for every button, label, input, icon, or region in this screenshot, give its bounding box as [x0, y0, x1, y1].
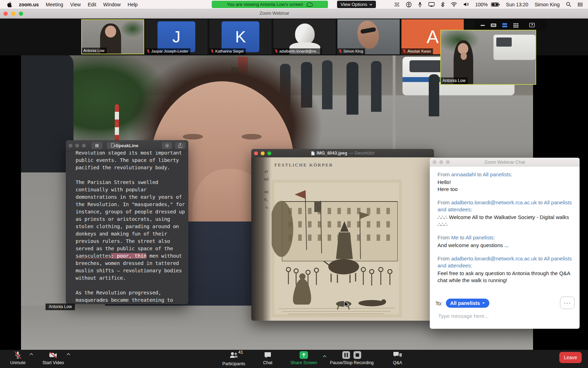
chat-message: From adalberto.lonardi@network.rca.ac.uk…: [438, 255, 573, 284]
participants-button[interactable]: 41 Participants: [216, 351, 251, 366]
share-icon: [178, 143, 182, 148]
page-edge-text: er: [265, 169, 268, 174]
chat-button[interactable]: Chat: [257, 351, 278, 365]
zoom-window-titlebar[interactable]: Zoom Webinar: [0, 9, 588, 19]
menu-view[interactable]: View: [70, 2, 81, 7]
page-edge-text: o.: [265, 204, 269, 210]
video-options-caret[interactable]: [66, 352, 70, 356]
menu-window[interactable]: Window: [103, 2, 121, 7]
close-icon[interactable]: [254, 151, 258, 155]
settings-button[interactable]: [162, 142, 172, 149]
minimize-icon[interactable]: [261, 151, 265, 155]
menu-meeting[interactable]: Meeting: [46, 2, 63, 7]
notification-center-icon[interactable]: [578, 2, 583, 7]
minimize-icon[interactable]: [439, 160, 443, 164]
highlighted-line: sansculottes: poor, thin men without: [76, 252, 188, 260]
menubar-clock[interactable]: Sun 13:20: [506, 2, 528, 7]
share-button[interactable]: [175, 142, 186, 149]
book-page-edge: [251, 157, 272, 321]
meeting-toolbar: Unmute Start Video 41 Participants Chat: [0, 350, 588, 368]
muted-mic-icon: [14, 351, 22, 359]
strip-view-icon[interactable]: [502, 22, 508, 28]
apple-menu[interactable]: [7, 2, 12, 7]
minimize-icon[interactable]: [75, 144, 79, 148]
participant-name: Simon King: [337, 48, 365, 54]
pause-recording-icon[interactable]: [342, 351, 350, 359]
chat-bubble-icon: [264, 351, 272, 359]
recipient-dropdown[interactable]: All panelists: [446, 299, 489, 308]
muted-mic-icon: [275, 49, 278, 53]
unmute-button[interactable]: Unmute: [6, 351, 29, 365]
initial-avatar: J: [158, 21, 195, 52]
close-icon[interactable]: [69, 144, 72, 148]
image-window-title: IMG_6043.jpeg — Geschützt: [311, 151, 374, 156]
speakline-window[interactable]: SpeakLine Revolution staged its most imp…: [66, 140, 188, 304]
participant-tile[interactable]: Simon King: [337, 19, 400, 54]
close-icon[interactable]: [4, 12, 8, 16]
video-off-icon: [49, 351, 58, 359]
volume-icon[interactable]: [463, 2, 469, 7]
view-options-dropdown[interactable]: View Options: [337, 1, 376, 8]
pause-icon: [95, 144, 99, 148]
participant-name: Jaspar Joseph-Lester: [145, 48, 190, 54]
chat-message-input[interactable]: [438, 313, 572, 319]
chat-more-button[interactable]: ···: [560, 297, 575, 309]
bluetooth-icon[interactable]: [441, 2, 444, 7]
wifi-icon[interactable]: [451, 2, 457, 7]
zoom-icon[interactable]: [446, 160, 450, 164]
selfview-name: Antonia Low: [441, 77, 468, 84]
pause-speech-button[interactable]: [91, 142, 103, 149]
menu-zoom-us[interactable]: zoom.us: [19, 2, 39, 7]
chat-message-list[interactable]: From annaadahl to All panelists: Hello! …: [430, 166, 580, 303]
stop-recording-icon[interactable]: [353, 351, 362, 359]
speakline-titlebar[interactable]: SpeakLine: [66, 140, 188, 151]
dots-grid-icon[interactable]: [394, 2, 400, 7]
start-video-button[interactable]: Start Video: [39, 351, 67, 365]
qa-icon: [393, 351, 402, 359]
document-icon: [311, 151, 315, 156]
participant-tile[interactable]: J Jaspar Joseph-Lester: [145, 19, 208, 54]
display-mirroring-icon[interactable]: [428, 2, 435, 7]
zoom-icon[interactable]: [19, 12, 23, 16]
speakline-text[interactable]: Revolution staged its most important pub…: [66, 149, 188, 304]
pause-stop-recording-button[interactable]: Pause/Stop Recording: [326, 351, 378, 365]
battery-icon: [491, 2, 500, 7]
participant-name: adalberto.lonardi@ne...: [273, 48, 322, 54]
close-icon[interactable]: [433, 160, 436, 164]
share-screen-button[interactable]: Share Screen: [287, 351, 321, 365]
leave-button[interactable]: Leave: [559, 352, 582, 363]
audio-options-caret[interactable]: [29, 352, 33, 356]
image-window-titlebar[interactable]: IMG_6043.jpeg — Geschützt: [251, 149, 434, 157]
chat-message: From adalberto.lonardi@network.rca.ac.uk…: [438, 199, 573, 228]
share-screen-icon: [299, 351, 308, 359]
selfview-hand: [461, 52, 467, 60]
microphone-icon[interactable]: [418, 2, 422, 7]
menu-edit[interactable]: Edit: [88, 2, 96, 7]
menubar-username[interactable]: Simon King: [534, 2, 560, 7]
zoom-icon[interactable]: [82, 144, 86, 148]
fullscreen-icon[interactable]: [529, 22, 536, 28]
zoom-icon[interactable]: [267, 151, 271, 155]
screen-share-banner: You are viewing Antonia Low's screen: [212, 1, 328, 8]
eye-right: [241, 134, 262, 139]
page-edge-text: nd: [264, 176, 268, 182]
minimize-strip-icon[interactable]: [480, 22, 485, 28]
participant-name: Alastair Kwan: [401, 48, 433, 54]
participant-tile[interactable]: Antonia Low: [81, 19, 144, 54]
image-preview-window[interactable]: IMG_6043.jpeg — Geschützt er nd on rt, o…: [251, 149, 434, 321]
participant-tile[interactable]: adalberto.lonardi@ne...: [273, 19, 336, 54]
minimize-icon[interactable]: [11, 12, 15, 16]
page-edge-text: rt,: [264, 197, 268, 202]
search-icon[interactable]: [566, 2, 571, 7]
speaker-view-icon[interactable]: [490, 22, 497, 28]
accessibility-icon[interactable]: [406, 2, 412, 7]
qa-button[interactable]: Q&A: [388, 351, 407, 365]
gallery-view-icon[interactable]: [513, 22, 519, 28]
chat-message: From annaadahl to All panelists: Hello! …: [438, 171, 573, 193]
chat-titlebar[interactable]: Zoom Webinar Chat: [430, 158, 580, 166]
participant-tile[interactable]: K Katharina Siegel: [209, 19, 272, 54]
self-view-window[interactable]: Antonia Low: [440, 30, 536, 85]
chat-window[interactable]: Zoom Webinar Chat From annaadahl to All …: [430, 158, 580, 329]
police-figure: [322, 60, 332, 109]
menu-help[interactable]: Help: [128, 2, 138, 7]
